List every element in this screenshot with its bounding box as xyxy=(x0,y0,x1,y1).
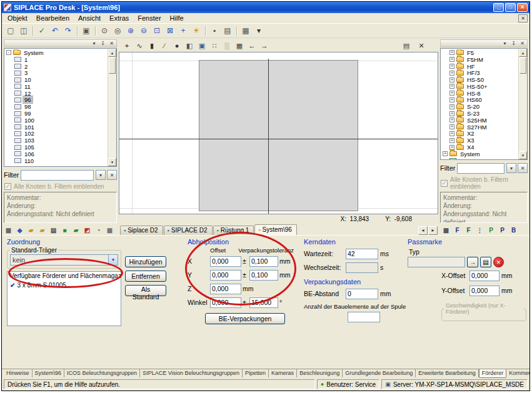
tree-node[interactable]: 103 xyxy=(4,137,108,144)
apply-check-icon[interactable]: ✓ xyxy=(36,25,48,37)
z-offset-input[interactable] xyxy=(210,284,241,294)
curve-icon[interactable]: ∿ xyxy=(134,41,145,51)
folder-open-icon[interactable]: ▰ xyxy=(38,226,47,234)
expand-icon[interactable] xyxy=(449,64,454,69)
find-next-icon[interactable]: ◎ xyxy=(111,25,124,37)
list-icon[interactable]: ⋮ xyxy=(475,226,484,234)
expand-icon[interactable] xyxy=(449,91,454,96)
page-tab[interactable]: Pipetten xyxy=(243,369,269,377)
be-abstand-input[interactable] xyxy=(346,289,378,299)
filter-input[interactable] xyxy=(457,163,504,174)
zoom-all-icon[interactable]: ⊠ xyxy=(164,25,176,37)
printer-icon[interactable]: ▤ xyxy=(221,25,234,37)
forward-icon[interactable]: → xyxy=(259,41,270,51)
expand-icon[interactable] xyxy=(449,145,454,150)
be-verpackungen-button[interactable]: BE-Verpackungen xyxy=(205,313,285,324)
tree-node[interactable]: S25HM xyxy=(441,117,518,124)
expand-icon[interactable] xyxy=(449,131,454,136)
passmarke-y-offset-input[interactable] xyxy=(469,286,499,296)
page-tab[interactable]: SIPLACE Vision Beleuchtungsgruppen xyxy=(140,369,243,377)
page-tab[interactable]: Beschleunigung xyxy=(297,369,343,377)
tree-node[interactable]: 101 xyxy=(4,124,108,131)
expand-icon[interactable] xyxy=(449,117,454,122)
filter-clear-icon[interactable]: ✕ xyxy=(518,163,528,173)
menu-item[interactable]: Objekt xyxy=(3,14,32,22)
clock-icon[interactable]: ◔ xyxy=(94,226,103,234)
close-view-icon[interactable]: ✕ xyxy=(416,41,427,51)
find-icon[interactable]: ⊙ xyxy=(98,25,111,37)
save-icon[interactable]: ◫ xyxy=(18,25,30,37)
document-tab[interactable]: Siplace D2 xyxy=(120,226,163,235)
scroll-up-icon[interactable]: ▴ xyxy=(519,49,527,57)
grid-dropdown-icon[interactable]: ▾ xyxy=(253,25,265,37)
scroll-down-icon[interactable]: ▾ xyxy=(519,151,527,159)
entfernen-button[interactable]: Entfernen xyxy=(125,271,166,282)
green-doc-icon[interactable]: ■ xyxy=(60,226,69,234)
circle-icon[interactable]: ● xyxy=(171,41,183,51)
document-tab[interactable]: System\96 xyxy=(254,224,296,235)
tree-node[interactable]: 12 xyxy=(4,90,108,97)
page-tab[interactable]: Kommentare xyxy=(506,369,529,377)
checkbox-icon[interactable]: ✓ xyxy=(441,180,448,187)
green-folder-icon[interactable]: ▰ xyxy=(71,226,81,234)
tree-node-system[interactable]: System xyxy=(4,49,108,56)
chevron-down-icon[interactable]: ▾ xyxy=(108,255,118,265)
tree-node[interactable]: 1 xyxy=(4,56,108,63)
menu-item[interactable]: Bearbeiten xyxy=(32,14,74,22)
print-view-icon[interactable]: ▤ xyxy=(401,41,412,51)
goto-arrow-button[interactable]: → xyxy=(467,257,478,267)
page-tab[interactable]: Grundlegende Bearbeitung xyxy=(343,369,416,377)
expand-icon[interactable] xyxy=(449,50,454,55)
undo-icon[interactable]: ↶ xyxy=(49,25,61,37)
x-tolerance-input[interactable] xyxy=(249,256,278,267)
tree-node[interactable]: X4 xyxy=(441,144,518,151)
passmarke-typ-select[interactable] xyxy=(408,257,465,267)
menu-item[interactable]: Fenster xyxy=(133,14,165,22)
tree-node[interactable]: HS-50 xyxy=(441,76,518,83)
feeder-list-item[interactable]: ✔ 3 x 8mm S 01005 xyxy=(8,281,121,289)
b-icon[interactable]: B xyxy=(509,226,518,234)
redo-icon[interactable]: ↷ xyxy=(62,25,74,37)
pin-icon[interactable]: ↧ xyxy=(99,41,106,47)
minimize-button[interactable]: _ xyxy=(493,3,504,12)
expand-icon[interactable] xyxy=(449,84,454,89)
folder-icon[interactable]: ▰ xyxy=(26,226,36,234)
tree-node[interactable]: S-23 xyxy=(441,110,518,117)
image-icon[interactable]: ▣ xyxy=(196,41,208,51)
cube-icon[interactable]: ◧ xyxy=(184,41,195,51)
chevron-down-icon[interactable]: ▾ xyxy=(501,41,508,47)
pin-icon[interactable]: ↧ xyxy=(510,41,517,47)
tree-node[interactable]: HS-50+ xyxy=(441,83,518,90)
y-tolerance-input[interactable] xyxy=(249,270,278,281)
passmarke-x-offset-input[interactable] xyxy=(469,271,499,281)
new-document-icon[interactable]: ▢ xyxy=(4,25,17,37)
tree-node[interactable]: 10 xyxy=(4,76,108,83)
expand-icon[interactable] xyxy=(449,111,454,116)
filter-dropdown-icon[interactable]: ▾ xyxy=(506,163,516,173)
tab-scroll-right-icon[interactable]: ▸ xyxy=(428,226,438,235)
collapse-icon[interactable] xyxy=(6,50,11,55)
grid-icon[interactable]: ▦ xyxy=(441,226,451,234)
page-tab[interactable]: System\96 xyxy=(33,369,65,377)
tree-node[interactable]: 2 xyxy=(4,63,108,70)
grid-medium-icon[interactable]: ░ xyxy=(221,41,233,51)
page-tab[interactable]: Hinweise xyxy=(4,369,33,377)
grid-icon[interactable]: ▦ xyxy=(4,226,13,234)
tree-node-siplace-d2[interactable]: SIPLACE D2 xyxy=(441,157,518,159)
tree-node[interactable]: 110 xyxy=(4,157,108,164)
mdi-close-button[interactable]: ✕ xyxy=(518,14,528,22)
y-offset-input[interactable] xyxy=(210,270,241,281)
right-tree-scrollbar[interactable]: ▴ ▾ xyxy=(518,49,527,159)
filter-input[interactable] xyxy=(21,170,94,181)
filter-clear-icon[interactable]: ✕ xyxy=(107,170,117,180)
lock-icon[interactable]: ▪ xyxy=(208,25,221,37)
tab-scroll-left-icon[interactable]: ◂ xyxy=(418,226,428,235)
checkbox-icon[interactable]: ✓ xyxy=(4,183,11,190)
diamond-icon[interactable]: ◆ xyxy=(15,226,24,234)
grid-fine-icon[interactable]: ▦ xyxy=(234,41,245,51)
expand-icon[interactable] xyxy=(443,151,448,156)
winkel-offset-input[interactable] xyxy=(210,297,241,308)
scroll-thumb[interactable] xyxy=(519,57,526,74)
tree-node[interactable]: HS60 xyxy=(441,97,518,104)
expand-icon[interactable] xyxy=(449,57,454,62)
